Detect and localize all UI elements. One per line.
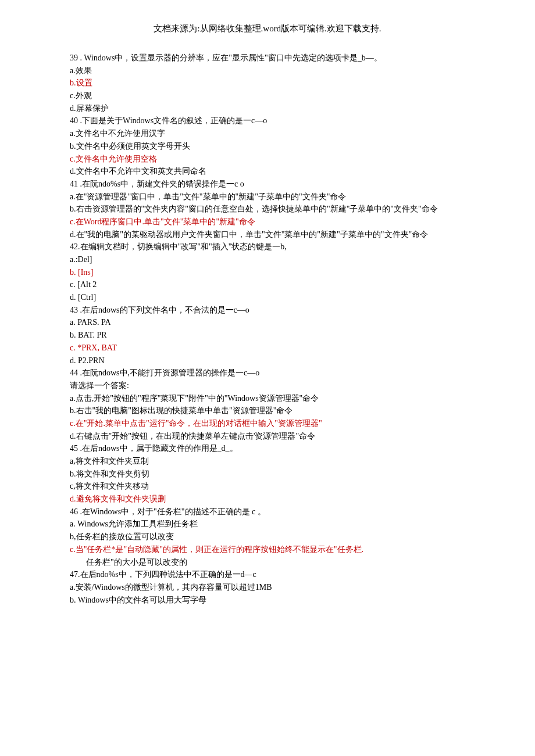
text-line: a.点击,开始"按钮的"程序"菜现下"附件"中的"Windows资源管理器"命令: [70, 392, 465, 405]
text-line: d. [Ctrl]: [70, 291, 465, 304]
document-body: 39 . Windows中，设置显示器的分辨率，应在"显示属性"窗口中先选定的选…: [70, 52, 465, 606]
text-line: d.屏幕保护: [70, 102, 465, 115]
text-line: b.文件名中必须使用英文字母开头: [70, 140, 465, 153]
text-line: 43 .在后ndows的下列文件名中，不合法的是一c—o: [70, 304, 465, 317]
text-line: a.在"资源管理器"窗口中，单击"文件"菜单中的"新建"子菜单中的"文件夹"命令: [70, 191, 465, 203]
text-line: 45 .在后ndows中，属于隐藏文件的作用是_d_。: [70, 442, 465, 455]
text-line: 请选择一个答案:: [70, 379, 465, 392]
text-line: c.外观: [70, 89, 465, 102]
text-line: d.在"我的电脑"的某驱动器或用户文件夹窗口中，单击"文件"菜单中的"新建"子菜…: [70, 228, 465, 241]
text-line: a.文件名中不允许使用汉字: [70, 127, 465, 140]
text-line: 任务栏"的大小是可以改变的: [70, 556, 465, 569]
text-line: a.:Del]: [70, 253, 465, 266]
text-line: c,将文件和文件夹移动: [70, 480, 465, 493]
text-line: c. *PRX, BAT: [70, 342, 465, 354]
text-line: 46 .在Windows中，对于"任务栏"的描述不正确的是 c 。: [70, 506, 465, 518]
text-line: d. P2.PRN: [70, 354, 465, 367]
text-line: a. Windows允许添加工具栏到任务栏: [70, 518, 465, 531]
text-line: b.右击资源管理器的"文件夹内容"窗口的任意空白处，选择快捷菜单中的"新建"子菜…: [70, 203, 465, 216]
text-line: 47.在后ndo%s中，下列四种说法中不正确的是一d—c: [70, 568, 465, 581]
text-line: 40 .下面是关于Windows文件名的叙述，正确的是一c—o: [70, 114, 465, 127]
text-line: a. PARS. PA: [70, 316, 465, 329]
text-line: b.将文件和文件夹剪切: [70, 468, 465, 481]
text-line: d.文件名中不允许中文和英文共同命名: [70, 165, 465, 178]
text-line: b. [Ins]: [70, 266, 465, 279]
text-line: c. [Alt 2: [70, 278, 465, 291]
text-line: 42.在编辑文档时，切换编辑中"改写"和"插入"状态的键是一b,: [70, 241, 465, 253]
text-line: d.避免将文件和文件夹误删: [70, 493, 465, 506]
text-line: c.在"开始.菜单中点击"运行"命令，在出现的对话框中输入"资源管理器": [70, 417, 465, 430]
text-line: b. BAT. PR: [70, 329, 465, 342]
text-line: a.效果: [70, 65, 465, 77]
text-line: 44 .在阮ndows中,不能打开资源管理器的操作是一c—o: [70, 367, 465, 379]
page-header: 文档来源为:从网络收集整理.word版本可编辑.欢迎下载支持.: [70, 23, 465, 34]
text-line: c.文件名中允许使用空格: [70, 153, 465, 166]
text-line: b.设置: [70, 77, 465, 89]
text-line: a.安装/Windows的微型计算机，其内存容量可以超过1MB: [70, 581, 465, 594]
text-line: c.当"任务栏*是"自动隐藏"的属性，则正在运行的程序按钮始终不能显示在"任务栏…: [70, 543, 465, 556]
text-line: 39 . Windows中，设置显示器的分辨率，应在"显示属性"窗口中先选定的选…: [70, 52, 465, 65]
text-line: b. Windows中的文件名可以用大写字母: [70, 594, 465, 607]
text-line: d.右键点击"开始"按钮，在出现的快捷菜单左键点击'资源管理器"命令: [70, 430, 465, 443]
text-line: c.在Word程序窗口中.单击"文件"菜单中的"新建"命令: [70, 216, 465, 228]
text-line: 41 .在阮ndo%s中，新建文件夹的错误操作是一c o: [70, 178, 465, 191]
document-page: 文档来源为:从网络收集整理.word版本可编辑.欢迎下载支持. 39 . Win…: [0, 0, 535, 756]
text-line: a,将文件和文件夹豆制: [70, 455, 465, 468]
text-line: b,任务栏的接放位置可以改变: [70, 531, 465, 543]
text-line: b.右击"我的电脑"图标出现的快捷菜单中单击"资源管理器"命令: [70, 404, 465, 417]
